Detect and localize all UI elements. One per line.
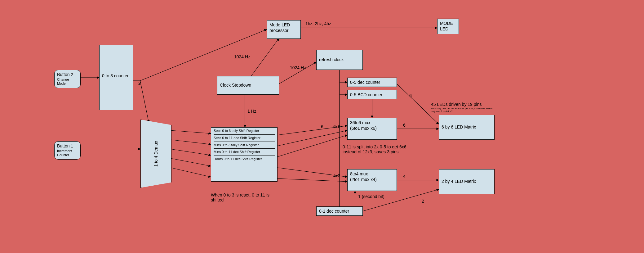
sr-row-0: Secs 0 to 3 tally Shift Register: [214, 129, 275, 133]
dec-counter-0-5-block: 0-5 dec counter: [347, 78, 397, 87]
demux-1-4-block: 1 to 4 Demux: [140, 120, 171, 188]
matrix-6x6-label: 6 by 6 LED Matrix: [442, 124, 476, 130]
edge-label-4x2: 4x2: [333, 173, 340, 178]
mux-36to6-sub: (6to1 mux x6): [350, 126, 394, 131]
mux-36to6-block: 36to6 mux (6to1 mux x6): [347, 118, 397, 140]
dec-counter-0-1-label: 0-1 dec counter: [319, 209, 349, 214]
edge-label-1024-b: 1024 Hz: [290, 65, 306, 70]
note-reset-shift: When 0 to 3 is reset, 0 to 11 is shifted: [211, 192, 282, 202]
matrix-2x4-label: 2 by 4 LED Matrix: [442, 179, 476, 184]
edge-label-1024-a: 1024 Hz: [234, 54, 250, 59]
clock-stepdown-label: Clock Stepdown: [220, 83, 251, 88]
sr-row-3: Mins 0 to 11 dec Shift Register: [214, 148, 275, 154]
shift-registers-block: Secs 0 to 3 tally Shift Register Secs 0 …: [211, 127, 278, 182]
edge-label-6x6: 6x6: [333, 124, 340, 129]
sr-row-1: Secs 0 to 11 dec Shift Register: [214, 134, 275, 140]
edge-label-2: 2: [422, 199, 424, 204]
dec-counter-0-5-label: 0-5 dec counter: [350, 80, 380, 85]
matrix-2x4-block: 2 by 4 LED Matrix: [439, 169, 495, 194]
mode-led-proc-label: Mode LED processor: [269, 22, 290, 33]
mux-8to4-block: 8to4 mux (2to1 mux x4): [347, 169, 397, 191]
matrix-6x6-block: 6 by 6 LED Matrix: [439, 115, 495, 140]
edge-label-counter-out: 2: [138, 81, 141, 86]
note-matrix-sub: With only one LED lit at a time per row,…: [431, 107, 496, 113]
refresh-clock-block: refresh clock: [316, 50, 363, 70]
edge-label-4: 4: [403, 174, 406, 179]
bcd-counter-0-5-block: 0-5 BCD counter: [347, 90, 397, 99]
refresh-clock-label: refresh clock: [319, 57, 344, 63]
counter-0-3-block: 0 to 3 counter: [99, 45, 133, 110]
edge-label-hzmodes: 1hz, 2hz, 4hz: [305, 21, 331, 26]
button-1-title: Button 1: [57, 143, 78, 149]
button-2-title: Button 2: [57, 72, 78, 78]
mux-8to4-title: 8to4 mux: [350, 171, 394, 177]
mux-8to4-sub: (2to1 mux x4): [350, 177, 394, 183]
button-2-sub: Change Mode: [57, 78, 78, 86]
edge-label-6: 6: [321, 124, 323, 129]
note-matrix-hdr: 45 LEDs driven by 19 pins: [431, 102, 482, 107]
edge-label-1hz: 1 Hz: [247, 109, 256, 114]
sr-row-2: Mins 0 to 3 tally Shift Register: [214, 142, 275, 147]
dec-counter-0-1-block: 0-1 dec counter: [316, 206, 363, 216]
edge-label-secbit: 1 (second bit): [358, 194, 384, 199]
button-1-block: Button 1 Increment Counter: [54, 141, 81, 160]
counter-0-3-label: 0 to 3 counter: [102, 73, 129, 79]
button-1-sub: Increment Counter: [57, 149, 78, 158]
mode-led-label: MODE LED: [440, 21, 453, 31]
demux-1-4-label: 1 to 4 Demux: [153, 141, 158, 166]
mode-led-proc-block: Mode LED processor: [267, 20, 301, 39]
button-2-block: Button 2 Change Mode: [54, 70, 81, 88]
mode-led-block: MODE LED: [437, 19, 459, 34]
mux-36to6-title: 36to6 mux: [350, 120, 394, 126]
edge-label-6b: 6: [403, 123, 406, 128]
bcd-counter-0-5-label: 0-5 BCD counter: [350, 92, 382, 97]
edge-label-6c: 6: [409, 93, 412, 98]
clock-stepdown-block: Clock Stepdown: [217, 76, 279, 95]
sr-row-4: Hours 0 to 11 dec Shift Register: [214, 156, 275, 161]
note-pin-save: 0-11 is split into 2x 0-5 to get 6x6 ins…: [343, 144, 408, 154]
